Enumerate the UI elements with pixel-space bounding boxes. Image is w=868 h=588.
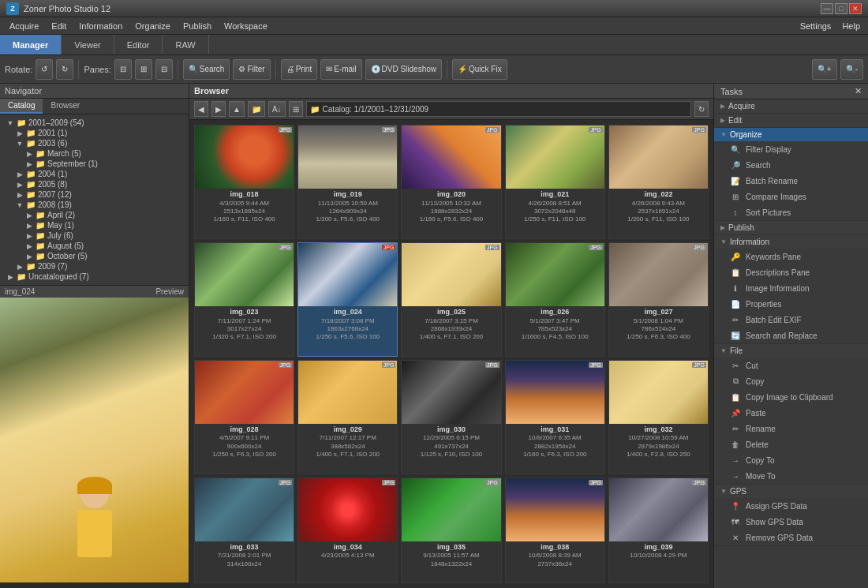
task-item-show-gps[interactable]: 🗺Show GPS Data <box>714 514 868 530</box>
thumbnail-027[interactable]: JPGimg_0275/1/2008 1:04 PM786x524x241/25… <box>608 242 709 357</box>
thumbnail-039[interactable]: JPGimg_03910/10/2008 4:29 PM <box>608 478 709 583</box>
task-section-header-publish[interactable]: ▶Publish <box>714 221 868 234</box>
help-button[interactable]: Help <box>837 21 865 31</box>
up-button[interactable]: ▲ <box>229 101 245 117</box>
thumbnail-026[interactable]: JPGimg_0265/1/2007 3:47 PM785x523x241/16… <box>505 242 605 357</box>
tab-viewer[interactable]: Viewer <box>62 35 114 54</box>
view-button[interactable]: ⊞ <box>289 101 303 117</box>
forward-button[interactable]: ▶ <box>211 101 226 117</box>
task-item-sort-pictures[interactable]: ↕Sort Pictures <box>714 204 868 220</box>
tasks-close[interactable]: ✕ <box>855 86 862 96</box>
settings-button[interactable]: Settings <box>795 21 836 31</box>
tree-item-april[interactable]: ▶📁April (2) <box>0 210 189 220</box>
thumbnail-029[interactable]: JPGimg_0297/11/2007 12:17 PM388x582x241/… <box>297 360 398 474</box>
folder-button[interactable]: 📁 <box>248 101 265 117</box>
zoom-in-button[interactable]: 🔍+ <box>812 59 837 80</box>
nav-tab-browser[interactable]: Browser <box>43 99 88 114</box>
tree-item-may[interactable]: ▶📁May (1) <box>0 220 189 230</box>
menu-publish[interactable]: Publish <box>177 20 218 32</box>
tree-item-2005[interactable]: ▶📁2005 (8) <box>0 179 189 189</box>
menu-information[interactable]: Information <box>73 20 129 32</box>
tab-editor[interactable]: Editor <box>114 35 163 54</box>
rotate-cw-button[interactable]: ↻ <box>56 59 73 80</box>
task-section-header-organize[interactable]: ▼Organize <box>714 128 868 141</box>
task-item-rename[interactable]: ✏Rename <box>714 421 868 436</box>
close-button[interactable]: ✕ <box>849 3 862 14</box>
tree-item-2009[interactable]: ▶📁2009 (7) <box>0 261 189 272</box>
task-item-properties[interactable]: 📄Properties <box>714 296 868 312</box>
tree-item-2001[interactable]: ▶📁2001 (1) <box>0 128 189 138</box>
tree-item-2007[interactable]: ▶📁2007 (12) <box>0 189 189 200</box>
task-item-copy-clipboard[interactable]: 📋Copy Image to Clipboard <box>714 389 868 405</box>
menu-workspace[interactable]: Workspace <box>218 20 274 32</box>
menu-organize[interactable]: Organize <box>129 20 177 32</box>
tree-item-september[interactable]: ▶📁September (1) <box>0 159 189 169</box>
task-item-filter-display[interactable]: 🔍Filter Display <box>714 141 868 157</box>
tab-manager[interactable]: Manager <box>0 35 62 54</box>
task-item-remove-gps[interactable]: ✕Remove GPS Data <box>714 530 868 545</box>
minimize-button[interactable]: — <box>821 3 833 14</box>
dvd-button[interactable]: 💿 DVD Slideshow <box>365 59 442 80</box>
task-item-batch-rename[interactable]: 📝Batch Rename <box>714 173 868 189</box>
thumbnail-028[interactable]: JPGimg_0284/5/2007 9:11 PM900x600x241/25… <box>194 360 294 474</box>
refresh-button[interactable]: ↻ <box>694 101 709 117</box>
tab-raw[interactable]: RAW <box>163 35 208 54</box>
thumbnail-020[interactable]: JPGimg_02011/13/2005 10:32 AM1888x2832x2… <box>401 125 501 239</box>
thumbnail-025[interactable]: JPGimg_0257/18/2007 3:15 PM2868x1939x241… <box>401 242 501 357</box>
task-item-copy-to[interactable]: →Copy To <box>714 452 868 468</box>
tree-item-july[interactable]: ▶📁July (6) <box>0 230 189 241</box>
task-item-move-to[interactable]: →Move To <box>714 468 868 484</box>
tree-item-uncatalogued[interactable]: ▶📁Uncatalogued (7) <box>0 272 189 282</box>
task-item-delete[interactable]: 🗑Delete <box>714 436 868 452</box>
filter-button[interactable]: ⚙ Filter <box>233 59 270 80</box>
thumbnail-019[interactable]: JPGimg_01911/13/2005 10:50 AM1364x909x24… <box>297 125 398 239</box>
search-button[interactable]: 🔍 Search <box>183 59 230 80</box>
task-item-keywords-pane[interactable]: 🔑Keywords Pane <box>714 249 868 264</box>
task-section-header-acquire[interactable]: ▶Acquire <box>714 99 868 113</box>
tree-item-march[interactable]: ▶📁March (5) <box>0 148 189 159</box>
task-section-header-file[interactable]: ▼File <box>714 344 868 358</box>
panes-button-3[interactable]: ⊟ <box>155 59 173 80</box>
tree-item-root[interactable]: ▼📁2001–2009 (54) <box>0 118 189 128</box>
back-button[interactable]: ◀ <box>194 101 208 117</box>
thumbnail-023[interactable]: JPGimg_0237/11/2007 1:24 PM3017x27x241/3… <box>194 242 294 357</box>
thumbnail-024[interactable]: JPGimg_0247/18/2007 3:08 PM1863x2768x241… <box>297 242 398 357</box>
task-item-cut[interactable]: ✂Cut <box>714 358 868 373</box>
thumbnail-035[interactable]: JPGimg_0359/13/2005 11:57 AM1848x1322x24 <box>401 478 501 583</box>
panes-button-1[interactable]: ⊟ <box>114 59 132 80</box>
task-item-search[interactable]: 🔎Search <box>714 157 868 173</box>
maximize-button[interactable]: □ <box>835 3 847 14</box>
nav-tab-catalog[interactable]: Catalog <box>0 99 43 114</box>
task-item-image-information[interactable]: ℹImage Information <box>714 280 868 296</box>
tree-item-2003[interactable]: ▼📁2003 (6) <box>0 138 189 148</box>
tree-item-october[interactable]: ▶📁October (5) <box>0 251 189 261</box>
print-button[interactable]: 🖨 Print <box>281 59 318 80</box>
task-item-copy[interactable]: ⧉Copy <box>714 373 868 389</box>
thumbnail-grid[interactable]: JPGimg_0184/3/2005 9:44 AM2513x1885x241/… <box>189 120 713 588</box>
thumbnail-018[interactable]: JPGimg_0184/3/2005 9:44 AM2513x1885x241/… <box>194 125 294 239</box>
email-button[interactable]: ✉ E-mail <box>320 59 361 80</box>
rotate-ccw-button[interactable]: ↺ <box>36 59 53 80</box>
tree-item-august[interactable]: ▶📁August (5) <box>0 241 189 251</box>
task-item-compare-images[interactable]: ⊞Compare Images <box>714 189 868 204</box>
thumbnail-031[interactable]: JPGimg_03110/8/2007 6:35 AM2882x1954x241… <box>505 360 605 474</box>
preview-dropdown[interactable]: Preview <box>155 287 184 296</box>
menu-acquire[interactable]: Acquire <box>3 20 45 32</box>
thumbnail-033[interactable]: JPGimg_0337/31/2008 2:01 PM314x100x24 <box>194 478 294 583</box>
menu-edit[interactable]: Edit <box>45 20 73 32</box>
task-item-assign-gps[interactable]: 📍Assign GPS Data <box>714 498 868 514</box>
thumbnail-030[interactable]: JPGimg_03012/29/2005 6:15 PM491x737x241/… <box>401 360 501 474</box>
task-item-batch-edit-exif[interactable]: ✏Batch Edit EXIF <box>714 312 868 328</box>
task-item-search-replace[interactable]: 🔄Search and Replace <box>714 328 868 343</box>
tree-item-2008[interactable]: ▼📁2008 (19) <box>0 200 189 210</box>
panes-button-2[interactable]: ⊞ <box>135 59 152 80</box>
task-section-header-gps[interactable]: ▼GPS <box>714 485 868 498</box>
quickfix-button[interactable]: ⚡ Quick Fix <box>452 59 507 80</box>
sort-button[interactable]: A↓ <box>268 101 286 117</box>
thumbnail-034[interactable]: JPGimg_0344/23/2005 4:13 PM <box>297 478 398 583</box>
thumbnail-021[interactable]: JPGimg_0214/26/2008 8:51 AM3072x2048x481… <box>505 125 605 239</box>
task-item-paste[interactable]: 📌Paste <box>714 405 868 421</box>
tree-item-2004[interactable]: ▶📁2004 (1) <box>0 169 189 179</box>
zoom-out-button[interactable]: 🔍- <box>840 59 863 80</box>
task-section-header-information[interactable]: ▼Information <box>714 235 868 249</box>
